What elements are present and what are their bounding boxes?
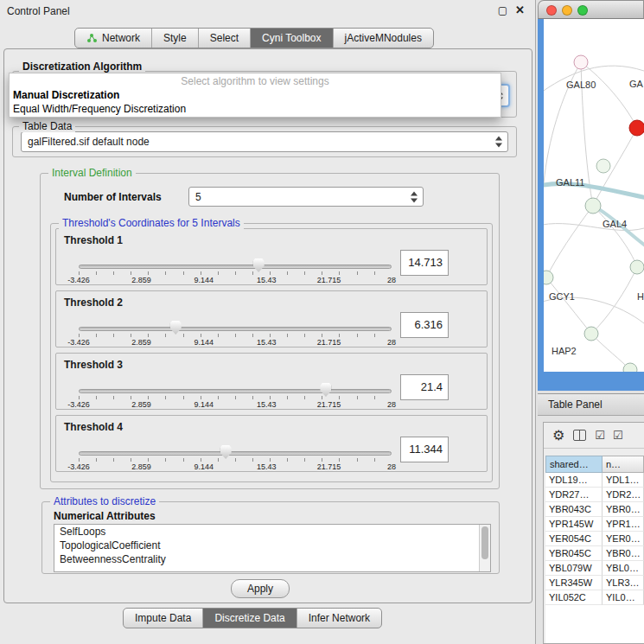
scrollbar[interactable]	[479, 525, 490, 571]
threshold-2-slider[interactable]: -3.426 2.859 9.144 15.43 21.715 28	[79, 319, 392, 347]
popup-item-equal-width-frequency[interactable]: Equal Width/Frequency Discretization	[10, 102, 501, 116]
table-panel-header: Table Panel	[538, 393, 644, 416]
table-cell[interactable]: YDR2…	[603, 488, 644, 502]
table-row[interactable]: YBR045C YBR0…	[545, 546, 644, 561]
apply-button[interactable]: Apply	[231, 579, 290, 598]
tab-cyni-toolbox[interactable]: Cyni Toolbox	[251, 29, 333, 48]
combo-arrows-icon	[495, 137, 503, 148]
network-node[interactable]	[596, 159, 610, 173]
network-window-titlebar[interactable]	[538, 0, 644, 19]
selected-network-node[interactable]	[629, 120, 644, 136]
table-row[interactable]: YER054C YER0…	[545, 532, 644, 546]
scrollbar-thumb[interactable]	[481, 526, 488, 559]
table-cell[interactable]: YBR0…	[603, 502, 644, 517]
tab-infer-network[interactable]: Infer Network	[297, 609, 381, 628]
threshold-2-value-field[interactable]: 6.316	[400, 312, 449, 338]
tab-label: Select	[210, 32, 239, 44]
table-cell[interactable]: YBL0…	[603, 561, 644, 576]
slider-thumb[interactable]	[253, 258, 265, 272]
close-icon[interactable]: ✕	[515, 3, 525, 16]
popup-item-manual-discretization[interactable]: Manual Discretization	[10, 88, 501, 102]
table-row[interactable]: YDL19… YDL1…	[545, 473, 644, 488]
float-window-icon[interactable]: ▢	[498, 4, 507, 16]
slider-thumb[interactable]	[170, 321, 182, 335]
table-cell[interactable]: YLR345W	[545, 576, 603, 590]
threshold-4-value-field[interactable]: 11.344	[400, 437, 449, 462]
table-cell[interactable]: YDR27…	[545, 488, 603, 502]
slider-thumb[interactable]	[320, 383, 331, 397]
close-traffic-light-icon[interactable]	[546, 5, 557, 16]
table-data-combo[interactable]: galFiltered.sif default node	[21, 131, 508, 152]
number-of-intervals-combo[interactable]: 5	[188, 187, 424, 207]
slider-track[interactable]	[79, 451, 392, 456]
network-node[interactable]	[585, 198, 601, 214]
threshold-1-slider[interactable]: -3.426 2.859 9.144 15.43 21.715 28	[79, 257, 392, 284]
table-cell[interactable]: YPR1…	[603, 517, 644, 532]
threshold-3-slider[interactable]: -3.426 2.859 9.144 15.43 21.715 28	[79, 381, 392, 409]
table-cell[interactable]: YBL079W	[545, 561, 603, 576]
tab-label: Cyni Toolbox	[262, 32, 321, 44]
network-node[interactable]	[544, 271, 553, 284]
threshold-2-label: Threshold 2	[64, 296, 123, 309]
network-node[interactable]	[623, 363, 637, 372]
table-row[interactable]: YBR043C YBR0…	[545, 502, 644, 517]
threshold-3-label: Threshold 3	[64, 359, 123, 371]
slider-ticks	[79, 458, 392, 462]
top-tab-bar: Network Style Select Cyni Toolbox jActiv…	[74, 28, 434, 48]
network-node[interactable]	[630, 260, 644, 274]
table-cell[interactable]: YLR3…	[603, 576, 644, 590]
select-rows-checkbox-icon[interactable]: ☑	[613, 429, 622, 442]
table-cell[interactable]: YER0…	[603, 532, 644, 546]
tab-jactivemnodules[interactable]: jActiveMNodules	[334, 29, 433, 48]
column-header-name[interactable]: n…	[603, 456, 644, 473]
tab-network[interactable]: Network	[75, 29, 152, 48]
interval-definition-group-title: Interval Definition	[48, 167, 136, 179]
tab-style[interactable]: Style	[152, 29, 199, 48]
table-row[interactable]: YBL079W YBL0…	[545, 561, 644, 576]
threshold-4-slider[interactable]: -3.426 2.859 9.144 15.43 21.715 28	[79, 443, 392, 471]
table-cell[interactable]: YDL1…	[603, 473, 644, 488]
node-label: GAL80	[566, 80, 596, 90]
tab-discretize-data[interactable]: Discretize Data	[203, 609, 296, 628]
tab-label: Infer Network	[309, 612, 370, 624]
network-canvas[interactable]: GAL80 GA GAL11 GAL4 GCY1 H HAP2	[544, 19, 644, 372]
table-cell[interactable]: YBR045C	[545, 546, 603, 561]
tab-select[interactable]: Select	[199, 29, 251, 48]
network-node[interactable]	[574, 55, 588, 69]
scale-label: 21.715	[317, 400, 341, 409]
slider-track[interactable]	[79, 389, 392, 393]
minimize-traffic-light-icon[interactable]	[562, 5, 572, 16]
node-label-partial: H	[637, 291, 644, 302]
algorithm-popup: Select algorithm to view settings Manual…	[9, 73, 501, 118]
table-row[interactable]: YDR27… YDR2…	[545, 488, 644, 502]
table-row[interactable]: YPR145W YPR1…	[545, 517, 644, 532]
list-item[interactable]: TopologicalCoefficient	[54, 539, 490, 552]
node-label: GAL11	[556, 177, 584, 188]
table-row[interactable]: YLR345W YLR3…	[545, 576, 644, 590]
gear-icon[interactable]: ⚙	[552, 427, 564, 443]
table-cell[interactable]: YPR145W	[545, 517, 603, 532]
scale-label: -3.426	[67, 338, 90, 347]
table-row[interactable]: YIL052C YIL0…	[545, 590, 644, 605]
network-node[interactable]	[584, 327, 598, 341]
zoom-traffic-light-icon[interactable]	[577, 5, 588, 16]
scale-label: 2.859	[131, 276, 151, 284]
slider-track[interactable]	[79, 327, 392, 331]
table-cell[interactable]: YBR0…	[603, 546, 644, 561]
table-cell[interactable]: YBR043C	[545, 502, 603, 517]
table-cell[interactable]: YER054C	[545, 532, 603, 546]
scale-label: 28	[387, 400, 396, 409]
threshold-1-value-field[interactable]: 14.713	[400, 250, 449, 276]
slider-thumb[interactable]	[220, 445, 232, 459]
list-item[interactable]: SelfLoops	[54, 525, 490, 539]
table-cell[interactable]: YIL052C	[545, 590, 603, 605]
slider-track[interactable]	[79, 265, 392, 269]
threshold-3-value-field[interactable]: 21.4	[400, 374, 449, 400]
list-item[interactable]: BetweennessCentrality	[54, 552, 490, 566]
column-header-shared-name[interactable]: shared…	[545, 456, 603, 473]
table-cell[interactable]: YDL19…	[545, 473, 603, 488]
columns-icon[interactable]	[573, 430, 586, 441]
table-cell[interactable]: YIL0…	[603, 590, 644, 605]
select-all-checkbox-icon[interactable]: ☑	[595, 429, 604, 442]
tab-impute-data[interactable]: Impute Data	[124, 609, 203, 628]
